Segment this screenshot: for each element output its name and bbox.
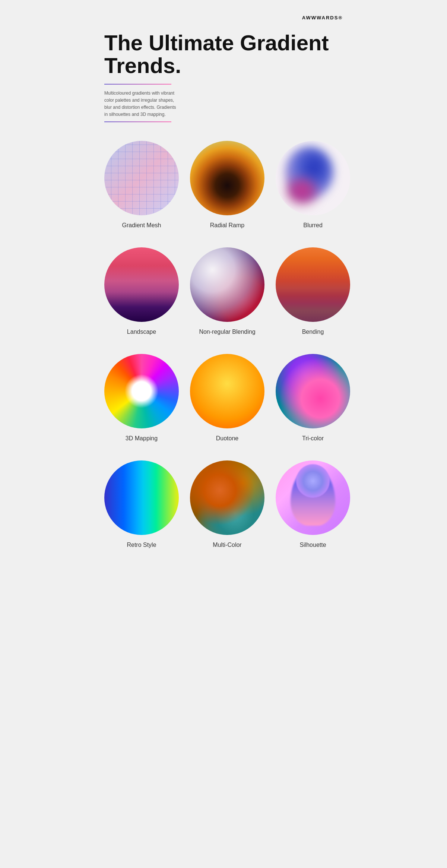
label-gradient-mesh: Gradient Mesh <box>122 222 161 229</box>
item-blurred: Blurred <box>276 141 350 229</box>
circle-3d-mapping <box>104 354 179 428</box>
brand-logo: AWWWARDS® <box>104 15 343 20</box>
label-retro-style: Retro Style <box>127 542 156 548</box>
item-landscape: Landscape <box>104 247 179 335</box>
label-non-regular-blending: Non-regular Blending <box>199 329 255 335</box>
label-landscape: Landscape <box>127 329 156 335</box>
item-3d-mapping: 3D Mapping <box>104 354 179 442</box>
label-3d-mapping: 3D Mapping <box>126 435 158 442</box>
circle-duotone <box>190 354 264 428</box>
divider-top <box>104 84 171 85</box>
circle-multi-color <box>190 460 264 535</box>
item-duotone: Duotone <box>190 354 264 442</box>
divider-bottom <box>104 121 171 122</box>
item-multi-color: Multi-Color <box>190 460 264 548</box>
circle-landscape <box>104 247 179 322</box>
item-non-regular-blending: Non-regular Blending <box>190 247 264 335</box>
circle-tri-color <box>276 354 350 428</box>
item-silhouette: Silhouette <box>276 460 350 548</box>
label-tri-color: Tri-color <box>302 435 324 442</box>
item-gradient-mesh: Gradient Mesh <box>104 141 179 229</box>
label-radial-ramp: Radial Ramp <box>210 222 244 229</box>
label-duotone: Duotone <box>216 435 239 442</box>
page-title: The Ultimate Gradient Trends. <box>104 32 343 77</box>
circle-retro-style <box>104 460 179 535</box>
circle-radial-ramp <box>190 141 264 215</box>
gradient-grid: Gradient Mesh Radial Ramp Blurred Landsc… <box>104 141 343 548</box>
circle-non-regular <box>190 247 264 322</box>
item-radial-ramp: Radial Ramp <box>190 141 264 229</box>
item-tri-color: Tri-color <box>276 354 350 442</box>
item-retro-style: Retro Style <box>104 460 179 548</box>
circle-blurred-outer <box>276 141 350 215</box>
circle-gradient-mesh <box>104 141 179 215</box>
circle-blurred-inner <box>276 141 350 215</box>
circle-bending <box>276 247 350 322</box>
subtitle-text: Multicoloured gradients with vibrant col… <box>104 90 179 118</box>
label-bending: Bending <box>302 329 324 335</box>
item-bending: Bending <box>276 247 350 335</box>
label-silhouette: Silhouette <box>299 542 326 548</box>
label-blurred: Blurred <box>303 222 323 229</box>
circle-silhouette <box>276 460 350 535</box>
label-multi-color: Multi-Color <box>213 542 241 548</box>
